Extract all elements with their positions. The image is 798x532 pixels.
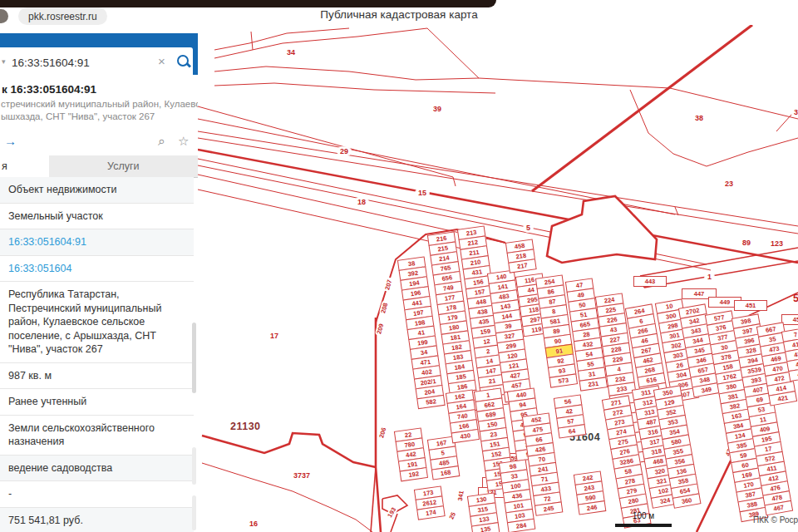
attribute-row: ведение садоводства	[0, 456, 194, 482]
search-bar: ▾ 16:33:51604:91 ×	[0, 33, 198, 75]
tab-information[interactable]: я	[0, 155, 49, 177]
parcel-cell[interactable]: 443	[633, 276, 667, 287]
attribute-row: Ранее учтенный	[0, 389, 194, 416]
parcel-column: 458218217	[505, 239, 537, 273]
parcel-label-rotated[interactable]: 206	[377, 425, 388, 440]
attribute-row: 987 кв. м	[0, 363, 194, 390]
attribute-link-row[interactable]: 16:33:051604:91	[0, 229, 194, 256]
parcel-column: 56425764	[554, 395, 586, 438]
sidebar-scrollbar-track	[192, 495, 196, 530]
search-input[interactable]: ▾ 16:33:51604:91 ×	[0, 47, 193, 77]
map-labels-layer: 3439291815538238912311737371634434474494…	[198, 25, 798, 532]
parcel-cell[interactable]: 455	[781, 314, 798, 325]
parcel-cell[interactable]: 451	[734, 300, 767, 311]
parcel-subtitle: стречинский муниципальный район, Кулаевс…	[0, 96, 198, 123]
zone-label[interactable]: 15	[416, 189, 429, 197]
info-sidebar: ▾ 16:33:51604:91 × к 16:33:051604:91 стр…	[0, 25, 199, 532]
parcel-column: 130315133135	[467, 493, 500, 532]
zone-label[interactable]: 38	[692, 114, 706, 122]
document-search-icon[interactable]: ⌕	[158, 134, 165, 149]
attribute-link-row[interactable]: 16:33:051604	[0, 256, 194, 283]
zone-label[interactable]: 3	[791, 108, 798, 116]
parcel-card-header: к 16:33:051604:91 стречинский муниципаль…	[0, 80, 198, 123]
quarter-number-label: 21130	[230, 421, 261, 432]
zone-label[interactable]: 29	[337, 147, 351, 155]
zone-label[interactable]: 23	[722, 180, 736, 188]
parcel-title: к 16:33:051604:91	[0, 80, 198, 96]
quarter-number-label: 50	[793, 293, 798, 304]
go-arrow-icon[interactable]: →	[4, 134, 17, 148]
map-attribution: ПКК © Росре	[753, 515, 798, 525]
zone-label[interactable]: 34	[284, 48, 298, 57]
card-action-row: → ⌕ ☆	[0, 131, 198, 155]
parcel-column: 1675485168	[427, 436, 460, 480]
attribute-row: 751 541,81 руб.	[0, 508, 194, 532]
parcel-subtitle-line2: ышхазда, СНТ "Нива", участок 267	[1, 111, 196, 123]
browser-window-strip	[0, 0, 496, 7]
search-icon[interactable]	[176, 54, 191, 69]
card-tabs: я Услуги	[0, 155, 198, 178]
parcel-subtitle-line1: стречинский муниципальный район, Кулаевс…	[1, 98, 196, 111]
zone-label[interactable]: 123	[768, 239, 786, 248]
browser-top-bar: pkk.rosreestr.ru Публичная кадастровая к…	[0, 0, 798, 26]
attribute-list: Объект недвижимостиЗемельный участок16:3…	[0, 177, 194, 532]
attribute-row: Земли сельскохозяйственного назначения	[0, 416, 194, 456]
zone-label[interactable]: 17	[268, 332, 281, 340]
attribute-row: Объект недвижимости	[0, 177, 194, 204]
zone-label[interactable]: 5	[524, 224, 533, 232]
scale-bar	[615, 524, 672, 527]
tab-services[interactable]: Услуги	[49, 155, 198, 177]
scale-label: 100 м	[615, 511, 672, 520]
sidebar-scrollbar-track	[192, 447, 196, 485]
clear-icon[interactable]: ×	[158, 54, 165, 68]
zone-label[interactable]: 18	[355, 198, 368, 206]
zone-label[interactable]: 3737	[291, 471, 313, 480]
parcel-label-rotated[interactable]: 208	[379, 300, 390, 315]
attribute-row: Земельный участок	[0, 204, 194, 230]
search-value: 16:33:51604:91	[12, 57, 90, 69]
parcel-label-rotated[interactable]: 193	[385, 505, 398, 520]
parcel-column: 22780442191192	[394, 428, 428, 481]
zone-label[interactable]: 16	[247, 520, 260, 528]
page-title: Публичная кадастровая карта	[0, 8, 798, 21]
attribute-row: -	[0, 481, 194, 508]
zone-label[interactable]: 1	[705, 273, 714, 281]
parcel-column: 242243590246	[574, 471, 606, 515]
parcel-label-rotated[interactable]: 25	[446, 510, 457, 522]
zone-label[interactable]: 39	[431, 105, 444, 113]
parcel-label-rotated[interactable]: 209	[375, 321, 386, 336]
parcel-label-rotated[interactable]: 341	[456, 489, 466, 504]
attribute-row: Республика Татарстан, Пестречинский муни…	[0, 282, 194, 363]
sidebar-scrollbar[interactable]	[192, 323, 196, 393]
zone-label[interactable]: 89	[740, 239, 753, 247]
parcel-column: 1732612174	[414, 486, 446, 520]
favorite-star-icon[interactable]: ☆	[178, 134, 189, 149]
cadastral-map[interactable]: 3439291815538238912311737371634434474494…	[198, 25, 798, 532]
chevron-down-icon[interactable]: ▾	[2, 57, 6, 66]
parcel-label-rotated[interactable]: 207	[383, 277, 394, 292]
